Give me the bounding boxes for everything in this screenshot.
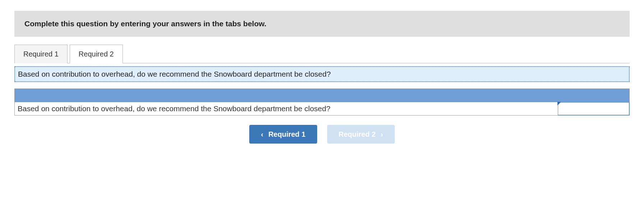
- nav-row: ‹ Required 1 Required 2 ›: [14, 125, 630, 144]
- next-button-label: Required 2: [339, 130, 376, 139]
- answer-input[interactable]: [558, 103, 629, 115]
- question-prompt-band: Based on contribution to overhead, do we…: [14, 66, 630, 82]
- answer-input-cell[interactable]: [558, 102, 630, 116]
- tabs-row: Required 1 Required 2: [14, 45, 630, 63]
- tab-required-1[interactable]: Required 1: [14, 45, 68, 63]
- chevron-left-icon: ‹: [261, 131, 263, 138]
- tab-required-2[interactable]: Required 2: [70, 45, 123, 63]
- answer-table-header: [14, 89, 630, 102]
- tab-label: Required 1: [23, 50, 59, 58]
- tab-label: Required 2: [79, 50, 114, 58]
- answer-row-label-text: Based on contribution to overhead, do we…: [18, 104, 330, 113]
- tabs-container: Required 1 Required 2: [14, 45, 630, 63]
- answer-row: Based on contribution to overhead, do we…: [14, 102, 630, 116]
- instruction-bar: Complete this question by entering your …: [14, 11, 630, 37]
- chevron-right-icon: ›: [381, 131, 383, 138]
- prev-button-label: Required 1: [268, 130, 305, 139]
- question-prompt-text: Based on contribution to overhead, do we…: [18, 70, 331, 78]
- answer-zone: Based on contribution to overhead, do we…: [14, 89, 630, 116]
- next-button[interactable]: Required 2 ›: [327, 125, 395, 144]
- prev-button[interactable]: ‹ Required 1: [249, 125, 317, 144]
- instruction-text: Complete this question by entering your …: [24, 19, 267, 28]
- answer-row-label: Based on contribution to overhead, do we…: [14, 102, 558, 116]
